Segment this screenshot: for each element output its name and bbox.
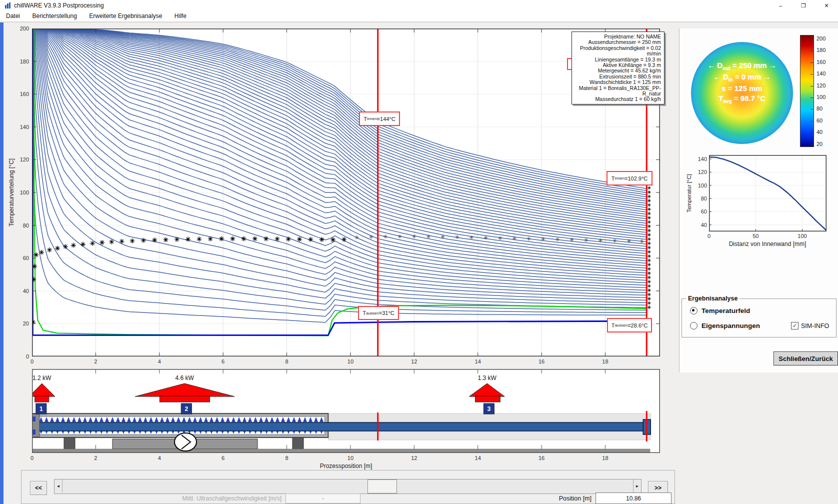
menu-hilfe[interactable]: Hilfe bbox=[170, 11, 192, 22]
temperature-field-plot[interactable] bbox=[32, 28, 660, 356]
app-logo-icon bbox=[4, 2, 12, 9]
heat-arrow: 4.6 kW2 bbox=[135, 374, 234, 414]
scrollbar-left-arrow-icon[interactable]: ◄ bbox=[54, 480, 62, 492]
radio-eigenspannungen[interactable]: Eigenspannungen bbox=[690, 321, 760, 330]
svg-text:3: 3 bbox=[487, 406, 490, 412]
close-button[interactable]: ✕ bbox=[815, 0, 838, 11]
heat-arrow: 1.3 kW3 bbox=[469, 374, 504, 414]
wall-profile-plot bbox=[709, 155, 826, 232]
close-back-button[interactable]: Schließen/Zurück bbox=[774, 352, 838, 366]
ergebnisanalyse-group: Ergebnisanalyse Temperaturfeld Eigenspan… bbox=[682, 298, 836, 338]
svg-text:1: 1 bbox=[40, 406, 43, 412]
temperature-colorbar bbox=[800, 35, 814, 147]
maximize-button[interactable]: ❐ bbox=[792, 0, 815, 11]
wall-profile-chart bbox=[709, 155, 826, 232]
menu-datei[interactable]: Datei bbox=[1, 11, 25, 22]
pump-symbol bbox=[174, 433, 196, 451]
tank-foot bbox=[292, 438, 304, 450]
app-window: chillWARE V3.9.3 Postprocessing – ❐ ✕ Da… bbox=[0, 0, 838, 504]
heat-arrow-label: 1.3 kW bbox=[478, 374, 496, 382]
profile-x-axis-label: Distanz von Innenwand [mm] bbox=[700, 240, 835, 248]
siminfo-checkbox[interactable]: ✓ bbox=[791, 322, 798, 330]
ultrasound-speed-field[interactable]: - bbox=[286, 494, 360, 504]
position-scrollbar[interactable]: ◄ ► bbox=[54, 479, 642, 494]
profile-y-axis-label: Temperatur [°C] bbox=[686, 155, 693, 232]
radio-temperaturfeld[interactable]: Temperaturfeld bbox=[690, 306, 750, 315]
title-bar: chillWARE V3.9.3 Postprocessing – ❐ ✕ bbox=[0, 0, 838, 11]
scrollbar-thumb[interactable] bbox=[368, 480, 397, 494]
minimize-button[interactable]: – bbox=[769, 0, 792, 11]
heat-arrow-label: 4.6 kW bbox=[175, 374, 194, 382]
window-edge-accent bbox=[0, 22, 4, 504]
process-x-axis-label: Prozessposition [m] bbox=[296, 462, 396, 470]
position-field[interactable]: 10.86 bbox=[596, 492, 672, 504]
ultrasound-speed-label: Mittl. Ultraschallgeschwindigkeit [m/s] bbox=[112, 495, 282, 502]
process-diagram-panel[interactable]: 1.2 kW14.6 kW21.3 kW3 bbox=[32, 369, 660, 453]
menu-berichterstellung[interactable]: Berichterstellung bbox=[27, 11, 82, 22]
process-diagram[interactable]: 1.2 kW14.6 kW21.3 kW3 bbox=[32, 369, 660, 453]
ergebnisanalyse-title: Ergebnisanalyse bbox=[686, 295, 740, 302]
radio-eigenspannungen-icon[interactable] bbox=[690, 322, 698, 330]
heat-arrow: 1.2 kW1 bbox=[32, 374, 55, 414]
cross-section-labels: ← Dout = 250 mm →← Din = 0 mm →s = 125 m… bbox=[691, 61, 793, 104]
position-label: Position [m] bbox=[550, 495, 592, 502]
pipe bbox=[32, 422, 646, 431]
svg-text:2: 2 bbox=[184, 406, 188, 412]
tank-foot bbox=[64, 438, 75, 450]
menu-bar: Datei Berichterstellung Erweiterte Ergeb… bbox=[0, 11, 838, 22]
window-title: chillWARE V3.9.3 Postprocessing bbox=[14, 2, 104, 9]
navigation-strip: << ◄ ► >> Mittl. Ultraschallgeschwindigk… bbox=[21, 470, 675, 504]
scrollbar-right-arrow-icon[interactable]: ► bbox=[633, 480, 641, 492]
temperature-curve-family bbox=[32, 28, 646, 322]
radio-temperaturfeld-icon[interactable] bbox=[690, 307, 698, 314]
siminfo-checkbox-row[interactable]: ✓ SIM-INFO bbox=[791, 322, 829, 330]
temperature-field-chart[interactable] bbox=[32, 28, 660, 356]
menu-erweiterte-ergebnisanalyse[interactable]: Erweiterte Ergebnisanalyse bbox=[84, 11, 167, 22]
pipe-cross-section-map: ← Dout = 250 mm →← Din = 0 mm →s = 125 m… bbox=[691, 42, 793, 144]
wall-temperature-profile bbox=[709, 157, 826, 230]
step-back-button[interactable]: << bbox=[30, 481, 47, 495]
heat-arrow-label: 1.2 kW bbox=[32, 374, 52, 382]
